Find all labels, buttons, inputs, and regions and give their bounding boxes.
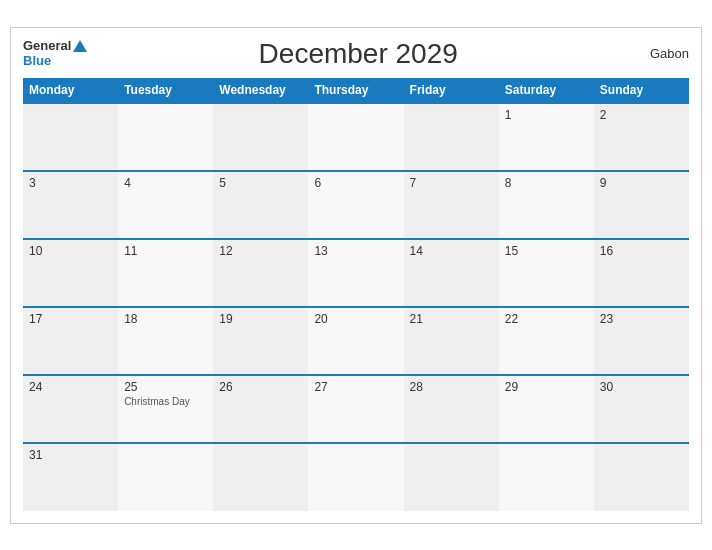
calendar-cell: 28 [404, 375, 499, 443]
logo-general-text: General [23, 39, 71, 53]
day-number: 28 [410, 380, 493, 394]
calendar-week-row: 17181920212223 [23, 307, 689, 375]
day-number: 13 [314, 244, 397, 258]
calendar-cell: 30 [594, 375, 689, 443]
calendar-cell: 25Christmas Day [118, 375, 213, 443]
calendar-week-row: 2425Christmas Day2627282930 [23, 375, 689, 443]
calendar-cell: 4 [118, 171, 213, 239]
calendar-cell: 12 [213, 239, 308, 307]
calendar-cell: 31 [23, 443, 118, 511]
day-number: 25 [124, 380, 207, 394]
calendar-cell: 24 [23, 375, 118, 443]
calendar-cell: 9 [594, 171, 689, 239]
calendar-cell: 1 [499, 103, 594, 171]
day-number: 23 [600, 312, 683, 326]
day-number: 18 [124, 312, 207, 326]
calendar-week-row: 12 [23, 103, 689, 171]
calendar-cell: 27 [308, 375, 403, 443]
calendar-cell: 15 [499, 239, 594, 307]
day-number: 7 [410, 176, 493, 190]
day-number: 22 [505, 312, 588, 326]
calendar-title: December 2029 [87, 38, 629, 70]
day-number: 26 [219, 380, 302, 394]
day-number: 4 [124, 176, 207, 190]
day-number: 9 [600, 176, 683, 190]
logo: General Blue [23, 39, 87, 68]
day-number: 12 [219, 244, 302, 258]
calendar-cell: 23 [594, 307, 689, 375]
day-number: 5 [219, 176, 302, 190]
calendar-cell [213, 443, 308, 511]
calendar-cell: 18 [118, 307, 213, 375]
calendar-week-row: 31 [23, 443, 689, 511]
calendar-cell: 2 [594, 103, 689, 171]
weekday-header-wednesday: Wednesday [213, 78, 308, 103]
calendar-cell: 20 [308, 307, 403, 375]
logo-blue-text: Blue [23, 54, 51, 68]
calendar-cell [118, 443, 213, 511]
calendar-cell [404, 103, 499, 171]
calendar-cell [308, 103, 403, 171]
calendar-cell: 29 [499, 375, 594, 443]
day-number: 29 [505, 380, 588, 394]
calendar-cell: 11 [118, 239, 213, 307]
calendar-cell [213, 103, 308, 171]
day-number: 14 [410, 244, 493, 258]
holiday-label: Christmas Day [124, 396, 207, 407]
calendar-cell: 16 [594, 239, 689, 307]
calendar-cell: 3 [23, 171, 118, 239]
calendar-cell [404, 443, 499, 511]
calendar-week-row: 10111213141516 [23, 239, 689, 307]
day-number: 11 [124, 244, 207, 258]
day-number: 19 [219, 312, 302, 326]
weekday-header-sunday: Sunday [594, 78, 689, 103]
calendar-cell: 6 [308, 171, 403, 239]
calendar-cell: 22 [499, 307, 594, 375]
day-number: 24 [29, 380, 112, 394]
calendar-header: General Blue December 2029 Gabon [23, 38, 689, 70]
weekday-header-tuesday: Tuesday [118, 78, 213, 103]
day-number: 3 [29, 176, 112, 190]
calendar-cell: 10 [23, 239, 118, 307]
calendar-cell: 13 [308, 239, 403, 307]
calendar-cell [308, 443, 403, 511]
day-number: 30 [600, 380, 683, 394]
calendar-cell: 21 [404, 307, 499, 375]
day-number: 8 [505, 176, 588, 190]
day-number: 27 [314, 380, 397, 394]
calendar-cell: 17 [23, 307, 118, 375]
day-number: 15 [505, 244, 588, 258]
calendar-cell: 14 [404, 239, 499, 307]
weekday-header-row: MondayTuesdayWednesdayThursdayFridaySatu… [23, 78, 689, 103]
calendar-cell [594, 443, 689, 511]
logo-triangle-icon [73, 40, 87, 52]
day-number: 20 [314, 312, 397, 326]
weekday-header-saturday: Saturday [499, 78, 594, 103]
day-number: 16 [600, 244, 683, 258]
calendar-cell: 26 [213, 375, 308, 443]
weekday-header-monday: Monday [23, 78, 118, 103]
calendar-cell: 8 [499, 171, 594, 239]
weekday-header-friday: Friday [404, 78, 499, 103]
calendar-cell [23, 103, 118, 171]
day-number: 21 [410, 312, 493, 326]
calendar-cell: 7 [404, 171, 499, 239]
day-number: 17 [29, 312, 112, 326]
day-number: 31 [29, 448, 112, 462]
day-number: 6 [314, 176, 397, 190]
country-label: Gabon [629, 46, 689, 61]
calendar-cell [499, 443, 594, 511]
weekday-header-thursday: Thursday [308, 78, 403, 103]
day-number: 2 [600, 108, 683, 122]
calendar-week-row: 3456789 [23, 171, 689, 239]
calendar-grid: MondayTuesdayWednesdayThursdayFridaySatu… [23, 78, 689, 511]
day-number: 10 [29, 244, 112, 258]
calendar-container: General Blue December 2029 Gabon MondayT… [10, 27, 702, 524]
calendar-cell: 5 [213, 171, 308, 239]
calendar-cell: 19 [213, 307, 308, 375]
day-number: 1 [505, 108, 588, 122]
calendar-cell [118, 103, 213, 171]
